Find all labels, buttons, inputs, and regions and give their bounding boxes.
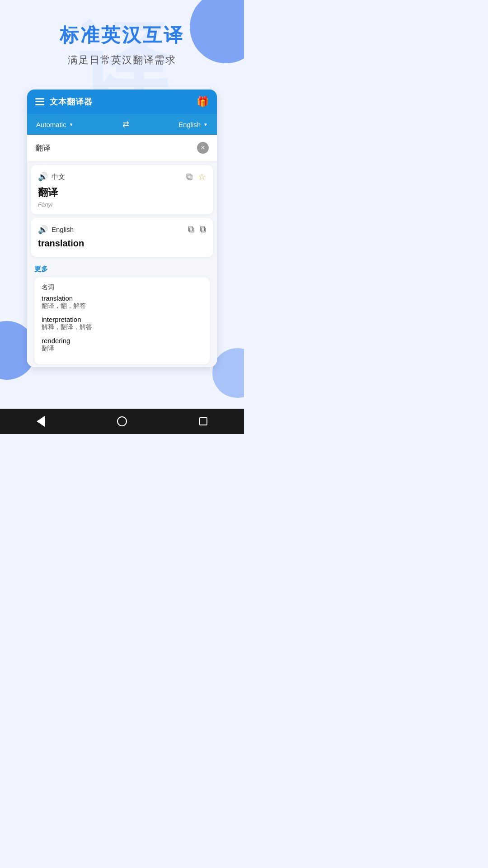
chinese-sound-icon[interactable]: 🔊	[38, 172, 48, 182]
chinese-result-header: 🔊 中文 ⧉ ☆	[38, 171, 206, 182]
english-lang-label: English	[52, 226, 74, 233]
word-2: rendering	[42, 337, 202, 344]
hero-title: 标准英汉互译	[14, 23, 230, 48]
more-section: 更多 名词 translation 翻译，翻，解答 interpretation…	[27, 260, 217, 367]
word-entry-1: interpretation 解释，翻译，解答	[42, 316, 202, 331]
definition-0: 翻译，翻，解答	[42, 302, 202, 310]
hamburger-icon[interactable]	[35, 98, 44, 105]
definition-1: 解释，翻译，解答	[42, 323, 202, 331]
chinese-result-card: 🔊 中文 ⧉ ☆ 翻译 Fānyì	[31, 165, 213, 214]
bottom-nav	[0, 409, 244, 434]
target-lang-arrow: ▼	[203, 122, 208, 127]
english-result-lang-left: 🔊 English	[38, 225, 74, 235]
hero-subtitle: 满足日常英汉翻译需求	[14, 53, 230, 67]
target-lang-selector[interactable]: English ▼	[178, 121, 208, 128]
hero-section: 标准英汉互译 满足日常英汉翻译需求	[0, 0, 244, 80]
chinese-lang-label: 中文	[52, 173, 65, 181]
word-1: interpretation	[42, 316, 202, 323]
word-entry-2: rendering 翻译	[42, 337, 202, 353]
target-lang-label: English	[178, 121, 201, 128]
input-text[interactable]: 翻译	[35, 143, 197, 153]
bg-circle-bottom-right	[212, 348, 244, 398]
copy-chinese-icon[interactable]: ⧉	[186, 171, 192, 182]
copy-english-icon[interactable]: ⧉	[200, 224, 206, 235]
source-lang-label: Automatic	[36, 121, 66, 128]
nav-recent-button[interactable]	[194, 412, 212, 430]
swap-icon[interactable]: ⇄	[122, 119, 129, 129]
nav-back-icon	[37, 416, 45, 427]
english-result-actions: ⧉ ⧉	[188, 224, 206, 235]
input-area: 翻译	[27, 135, 217, 161]
english-sound-icon[interactable]: 🔊	[38, 225, 48, 235]
chinese-result-phonetic: Fānyì	[38, 201, 206, 208]
chinese-result-actions: ⧉ ☆	[186, 171, 206, 182]
toolbar: 文本翻译器 🎁	[27, 90, 217, 114]
nav-home-icon	[117, 416, 127, 426]
source-lang-selector[interactable]: Automatic ▼	[36, 121, 74, 128]
open-icon[interactable]: ⧉	[188, 224, 194, 235]
word-entry-0: translation 翻译，翻，解答	[42, 294, 202, 310]
app-card: 文本翻译器 🎁 Automatic ▼ ⇄ English ▼ 翻译 🔊 中文 …	[27, 90, 217, 367]
toolbar-title: 文本翻译器	[50, 96, 93, 107]
more-content: 名词 translation 翻译，翻，解答 interpretation 解释…	[34, 277, 210, 364]
noun-label: 名词	[42, 283, 202, 292]
lang-bar: Automatic ▼ ⇄ English ▼	[27, 114, 217, 135]
nav-home-button[interactable]	[113, 412, 131, 430]
chinese-result-main: 翻译	[38, 186, 206, 199]
english-result-main: translation	[38, 238, 206, 249]
nav-recent-icon	[199, 417, 207, 425]
gift-icon[interactable]: 🎁	[197, 96, 209, 108]
definition-2: 翻译	[42, 344, 202, 353]
clear-button[interactable]	[197, 142, 209, 154]
source-lang-arrow: ▼	[69, 122, 74, 127]
chinese-result-lang-left: 🔊 中文	[38, 172, 65, 182]
english-result-card: 🔊 English ⧉ ⧉ translation	[31, 218, 213, 257]
word-0: translation	[42, 294, 202, 302]
more-label: 更多	[34, 265, 210, 274]
toolbar-left: 文本翻译器	[35, 96, 93, 107]
star-icon[interactable]: ☆	[198, 171, 206, 182]
nav-back-button[interactable]	[32, 412, 50, 430]
english-result-header: 🔊 English ⧉ ⧉	[38, 224, 206, 235]
